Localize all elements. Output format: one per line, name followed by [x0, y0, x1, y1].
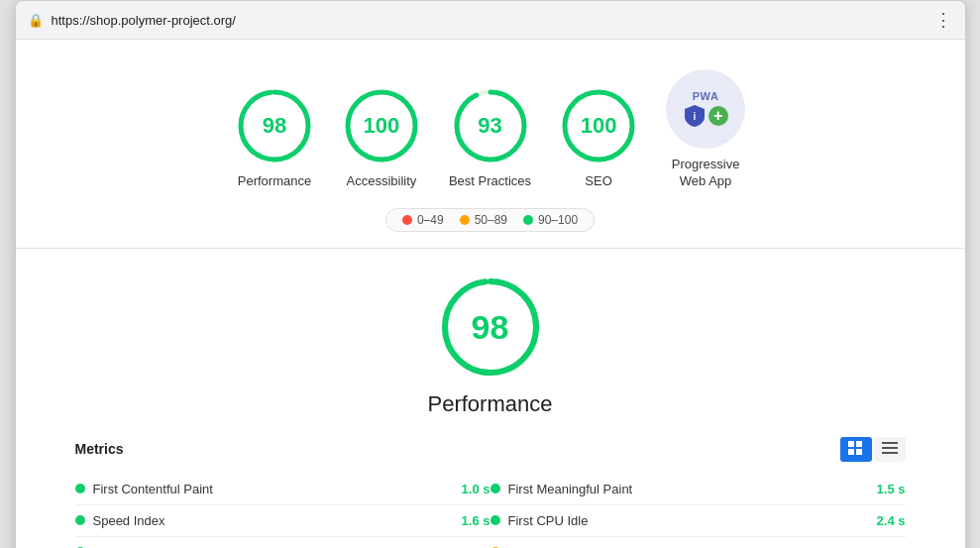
pwa-add-icon: + [708, 106, 728, 126]
legend-dot-green [523, 215, 533, 225]
pwa-label: ProgressiveWeb App [672, 157, 740, 190]
big-score-number: 98 [472, 307, 509, 346]
legend-label-low: 0–49 [417, 213, 444, 227]
metrics-header: Metrics [75, 437, 906, 462]
metric-value-fcp: 1.0 s [462, 482, 490, 496]
score-label-best-practices: Best Practices [449, 173, 531, 190]
big-score-label: Performance [428, 391, 553, 417]
svg-rect-15 [882, 442, 898, 444]
svg-rect-11 [848, 441, 854, 447]
top-section: 98 Performance 100 Accessibility [16, 40, 965, 249]
metric-row-fmp: First Meaningful Paint 1.5 s [490, 474, 906, 505]
legend-dot-red [402, 215, 412, 225]
score-number-best-practices: 93 [478, 113, 501, 139]
score-item-pwa: PWA i + ProgressiveWeb App [666, 69, 745, 190]
bottom-section: 98 Performance Metrics [16, 249, 965, 548]
metric-dot-fmp [490, 484, 500, 493]
svg-rect-13 [848, 449, 854, 455]
metric-row-mpfid: Max Potential First Input Delay 200 ms [490, 537, 906, 548]
legend-row: 0–49 50–89 90–100 [385, 208, 595, 232]
browser-window: 🔒 https://shop.polymer-project.org/ ⋮ 98… [15, 0, 966, 548]
svg-rect-16 [882, 447, 898, 449]
view-toggle [840, 437, 906, 462]
metrics-section: Metrics First Contentful Paint 1.0 s [75, 437, 906, 548]
metric-name-si: Speed Index [93, 513, 454, 528]
metric-name-fcp: First Contentful Paint [93, 482, 454, 496]
metric-row-fci: First CPU Idle 2.4 s [490, 505, 906, 537]
legend-item-low: 0–49 [402, 213, 444, 227]
score-number-accessibility: 100 [364, 113, 400, 139]
metric-dot-fci [490, 515, 500, 525]
big-score-wrapper: 98 Performance [75, 273, 906, 417]
score-circle-performance: 98 [235, 86, 314, 165]
browser-bar: 🔒 https://shop.polymer-project.org/ ⋮ [16, 1, 965, 40]
legend-dot-orange [460, 215, 470, 225]
score-label-accessibility: Accessibility [347, 173, 417, 190]
metric-row-si: Speed Index 1.6 s [75, 505, 490, 537]
score-item-accessibility: 100 Accessibility [342, 86, 421, 190]
lock-icon: 🔒 [28, 13, 44, 28]
svg-rect-14 [856, 449, 862, 455]
browser-menu-icon[interactable]: ⋮ [934, 9, 953, 31]
score-circle-best-practices: 93 [451, 86, 530, 165]
metric-row-fcp: First Contentful Paint 1.0 s [75, 474, 490, 505]
score-number-seo: 100 [581, 113, 617, 139]
pwa-abbr: PWA [693, 90, 719, 102]
metric-value-fmp: 1.5 s [877, 482, 906, 496]
scores-row: 98 Performance 100 Accessibility [235, 69, 745, 190]
legend-item-mid: 50–89 [460, 213, 507, 227]
score-label-seo: SEO [585, 173, 611, 190]
browser-url: https://shop.polymer-project.org/ [52, 13, 926, 28]
score-item-performance: 98 Performance [235, 86, 314, 190]
pwa-shield-icon: i [684, 104, 706, 128]
score-circle-seo: 100 [559, 86, 638, 165]
toggle-list-btn[interactable] [874, 437, 906, 462]
metric-dot-si [75, 515, 85, 525]
toggle-grid-btn[interactable] [840, 437, 872, 462]
metric-name-fmp: First Meaningful Paint [508, 482, 869, 496]
pwa-circle: PWA i + [666, 69, 745, 149]
pwa-icons-row: i + [684, 104, 728, 128]
big-score-circle: 98 [436, 273, 545, 382]
metrics-title: Metrics [75, 441, 124, 457]
metrics-grid: First Contentful Paint 1.0 s First Meani… [75, 474, 906, 548]
svg-rect-17 [882, 452, 898, 454]
metric-row-tti: Time to Interactive 3.0 s [75, 537, 490, 548]
score-item-best-practices: 93 Best Practices [449, 86, 531, 190]
metric-dot-fcp [75, 484, 85, 493]
svg-text:i: i [693, 111, 696, 122]
metric-value-si: 1.6 s [462, 513, 490, 528]
legend-label-high: 90–100 [538, 213, 578, 227]
svg-rect-12 [856, 441, 862, 447]
legend-item-high: 90–100 [523, 213, 578, 227]
legend-label-mid: 50–89 [475, 213, 507, 227]
score-item-seo: 100 SEO [559, 86, 638, 190]
score-number-performance: 98 [263, 113, 286, 139]
metric-name-fci: First CPU Idle [508, 513, 869, 528]
score-circle-accessibility: 100 [342, 86, 421, 165]
metric-value-fci: 2.4 s [877, 513, 906, 528]
score-label-performance: Performance [238, 173, 311, 190]
